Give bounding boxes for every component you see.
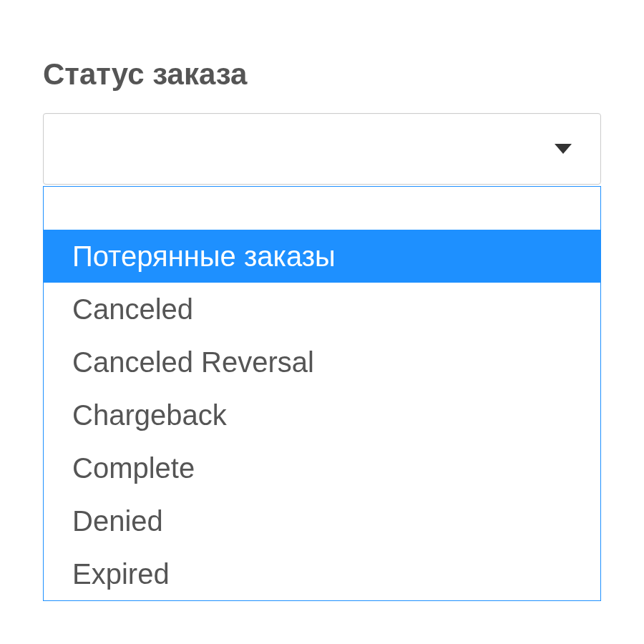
- field-label-order-status: Статус заказа: [43, 57, 601, 92]
- option-canceled[interactable]: Canceled: [44, 283, 600, 336]
- option-lost-orders[interactable]: Потерянные заказы: [44, 230, 600, 283]
- option-canceled-reversal[interactable]: Canceled Reversal: [44, 336, 600, 389]
- order-status-dropdown: Потерянные заказы Canceled Canceled Reve…: [43, 186, 601, 601]
- option-denied[interactable]: Denied: [44, 494, 600, 547]
- order-status-select[interactable]: [43, 113, 601, 185]
- option-complete[interactable]: Complete: [44, 441, 600, 494]
- chevron-down-icon: [555, 144, 572, 154]
- option-expired[interactable]: Expired: [44, 547, 600, 600]
- option-chargeback[interactable]: Chargeback: [44, 389, 600, 441]
